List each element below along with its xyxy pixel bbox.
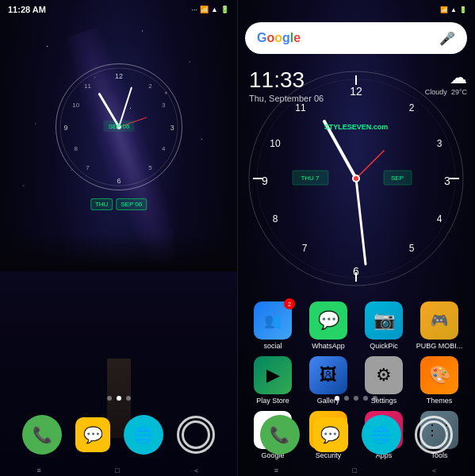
- right-wifi-icon: ▲: [450, 6, 457, 13]
- whatsapp-symbol: 💬: [318, 310, 339, 331]
- themes-icon[interactable]: 🎨: [420, 356, 458, 394]
- left-day-badge: THU: [90, 198, 113, 210]
- svg-point-41: [354, 176, 358, 181]
- app-playstore[interactable]: ▶ Play Store: [249, 356, 297, 405]
- left-nav-menu[interactable]: ≡: [37, 466, 41, 474]
- svg-text:2: 2: [148, 83, 151, 90]
- left-time: 11:28 AM: [8, 5, 46, 14]
- left-camera-app[interactable]: [177, 416, 215, 454]
- right-dot-4: [363, 396, 368, 401]
- right-browser-app[interactable]: 🌐: [362, 415, 401, 455]
- g-blue2: g: [282, 31, 290, 44]
- cloudy-label: Cloudy: [425, 88, 447, 96]
- right-status-icons: 📶 ▲ 🔋: [440, 6, 467, 13]
- g-blue: G: [257, 31, 266, 44]
- left-page-dots: [107, 396, 131, 401]
- svg-text:9: 9: [63, 124, 67, 132]
- app-social[interactable]: 👥 2 social: [249, 301, 297, 350]
- left-date-row: THU SEP 06: [90, 198, 147, 210]
- right-digital-date: Thu, September 06: [249, 94, 324, 103]
- right-camera-app[interactable]: [415, 416, 453, 454]
- left-browser-app[interactable]: 🌐: [124, 415, 163, 455]
- svg-line-39: [356, 151, 384, 178]
- weather-icon: ☁: [425, 67, 467, 88]
- social-icon[interactable]: 👥 2: [254, 301, 292, 340]
- right-dot-2: [344, 396, 349, 401]
- right-battery-icon: 🔋: [459, 6, 467, 13]
- svg-text:11: 11: [295, 102, 306, 113]
- svg-text:4: 4: [437, 213, 442, 225]
- right-phone-app[interactable]: 📞: [260, 415, 300, 455]
- dot-3: [126, 396, 131, 401]
- app-quickpic[interactable]: 📷 QuickPic: [360, 301, 408, 350]
- settings-icon[interactable]: ⚙: [365, 356, 403, 394]
- social-label: social: [263, 342, 282, 350]
- gallery-icon[interactable]: 🖼: [309, 356, 347, 394]
- right-weather: ☁ Cloudy 29°C: [425, 67, 467, 96]
- svg-text:9: 9: [262, 175, 268, 187]
- dot-2: [117, 396, 121, 401]
- quickpic-icon[interactable]: 📷: [365, 301, 403, 340]
- google-search-bar[interactable]: Google 🎤: [245, 22, 467, 54]
- signal-icon: 📶: [200, 6, 209, 13]
- pubg-symbol: 🎮: [431, 312, 448, 329]
- svg-text:THU 7: THU 7: [301, 175, 320, 182]
- svg-text:8: 8: [273, 213, 278, 225]
- svg-text:7: 7: [302, 243, 308, 254]
- settings-symbol: ⚙: [376, 365, 392, 386]
- g-red: o: [266, 31, 274, 44]
- app-pubg[interactable]: 🎮 PUBG MOBI...: [416, 301, 463, 350]
- app-whatsapp[interactable]: 💬 WhatsApp: [305, 301, 352, 350]
- temp-label: 29°C: [451, 88, 467, 96]
- svg-text:4: 4: [162, 145, 166, 152]
- left-notes-app[interactable]: 💬: [75, 417, 110, 452]
- svg-text:7: 7: [86, 164, 89, 171]
- svg-text:10: 10: [72, 102, 79, 109]
- whatsapp-label: WhatsApp: [312, 342, 345, 350]
- left-phone-app[interactable]: 📞: [22, 415, 62, 455]
- svg-text:12: 12: [350, 85, 362, 98]
- pubg-icon[interactable]: 🎮: [420, 301, 458, 340]
- wifi-icon: ▲: [211, 6, 218, 13]
- left-nav-home[interactable]: □: [115, 466, 119, 474]
- playstore-icon[interactable]: ▶: [254, 356, 292, 394]
- left-nav-back[interactable]: ＜: [193, 466, 200, 476]
- weather-condition: Cloudy 29°C: [425, 88, 467, 96]
- right-camera-inner: [419, 420, 448, 449]
- quickpic-symbol: 📷: [373, 310, 395, 331]
- svg-text:6: 6: [353, 265, 359, 278]
- left-statusbar: 11:28 AM ··· 📶 ▲ 🔋: [0, 0, 237, 19]
- tree-silhouette: [0, 233, 237, 271]
- g-red2: e: [293, 31, 301, 44]
- dots-icon: ···: [192, 6, 198, 13]
- right-signal-icon: 📶: [440, 6, 448, 13]
- google-logo: Google: [257, 31, 301, 45]
- playstore-label: Play Store: [256, 397, 289, 405]
- svg-text:5: 5: [148, 164, 152, 171]
- app-themes[interactable]: 🎨 Themes: [416, 356, 463, 405]
- svg-text:11: 11: [84, 83, 91, 90]
- g-yellow: o: [274, 31, 282, 44]
- right-phone: 📶 ▲ 🔋 Google 🎤 11:33 Thu, September 06 ☁…: [237, 0, 475, 476]
- right-nav-back[interactable]: ＜: [431, 466, 438, 476]
- social-badge: 2: [284, 298, 295, 309]
- right-dot-3: [354, 396, 358, 401]
- pubg-label: PUBG MOBI...: [416, 342, 463, 350]
- whatsapp-icon[interactable]: 💬: [309, 301, 347, 340]
- left-navbar: ≡ □ ＜: [0, 465, 237, 476]
- right-nav-home[interactable]: □: [352, 466, 356, 474]
- gallery-symbol: 🖼: [320, 365, 337, 386]
- left-clock-svg: 12 3 6 9 2 3 4 5 11 10 8 7: [56, 64, 182, 190]
- right-nav-menu[interactable]: ≡: [274, 466, 278, 474]
- right-notes-app[interactable]: 💬: [313, 417, 348, 452]
- google-mic-icon[interactable]: 🎤: [439, 31, 455, 46]
- svg-text:5: 5: [409, 243, 415, 254]
- svg-text:SEP: SEP: [391, 175, 404, 182]
- themes-symbol: 🎨: [429, 365, 450, 386]
- left-clock-widget: 12 3 6 9 2 3 4 5 11 10 8 7: [56, 63, 182, 190]
- battery-icon: 🔋: [220, 6, 229, 13]
- svg-line-38: [356, 178, 366, 264]
- svg-text:12: 12: [115, 72, 123, 80]
- social-icon-symbol: 👥: [264, 312, 282, 329]
- svg-text:2: 2: [409, 102, 415, 113]
